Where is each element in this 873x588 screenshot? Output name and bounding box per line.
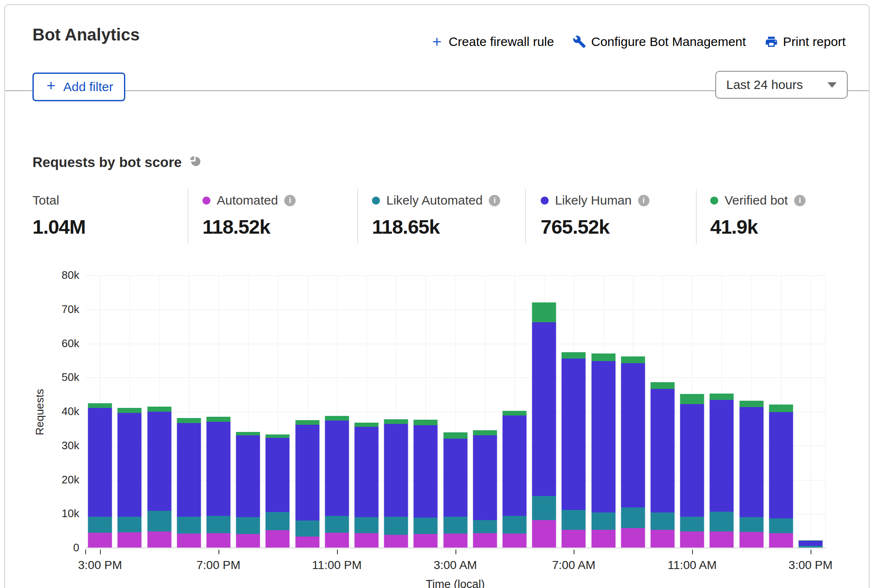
stacked-bar[interactable] bbox=[295, 276, 319, 548]
bar-segment-verified-bot[interactable] bbox=[177, 418, 201, 423]
stacked-bar[interactable] bbox=[354, 276, 378, 548]
bar-segment-automated[interactable] bbox=[414, 534, 438, 548]
bar-slot[interactable] bbox=[588, 276, 618, 548]
bar-segment-likely-human[interactable] bbox=[236, 435, 260, 517]
bar-segment-likely-human[interactable] bbox=[147, 412, 171, 511]
create-firewall-rule-link[interactable]: Create firewall rule bbox=[430, 35, 554, 49]
bar-segment-verified-bot[interactable] bbox=[502, 411, 526, 415]
bar-segment-likely-human[interactable] bbox=[473, 435, 497, 520]
bar-segment-likely-human[interactable] bbox=[710, 400, 734, 512]
print-report-link[interactable]: Print report bbox=[765, 35, 846, 49]
bar-segment-likely-automated[interactable] bbox=[147, 511, 171, 531]
bar-segment-verified-bot[interactable] bbox=[147, 407, 171, 412]
configure-bot-management-link[interactable]: Configure Bot Management bbox=[573, 35, 746, 49]
info-icon[interactable]: i bbox=[638, 195, 649, 206]
info-icon[interactable]: i bbox=[489, 195, 500, 206]
bar-segment-automated[interactable] bbox=[177, 534, 201, 548]
bar-segment-likely-automated[interactable] bbox=[680, 517, 704, 531]
bar-segment-automated[interactable] bbox=[295, 537, 319, 548]
bar-segment-likely-human[interactable] bbox=[769, 412, 793, 518]
bar-segment-verified-bot[interactable] bbox=[236, 432, 260, 435]
bar-segment-automated[interactable] bbox=[562, 530, 586, 548]
bar-segment-automated[interactable] bbox=[591, 530, 615, 548]
bar-segment-likely-automated[interactable] bbox=[118, 517, 142, 532]
bar-segment-verified-bot[interactable] bbox=[650, 382, 674, 389]
bar-segment-likely-automated[interactable] bbox=[562, 510, 586, 530]
bar-segment-automated[interactable] bbox=[354, 533, 378, 548]
bar-slot[interactable] bbox=[263, 276, 292, 548]
bar-segment-likely-automated[interactable] bbox=[88, 517, 112, 533]
bar-segment-verified-bot[interactable] bbox=[739, 401, 763, 407]
bar-slot[interactable]: 7:00 AM bbox=[559, 276, 588, 548]
bar-segment-likely-human[interactable] bbox=[384, 424, 408, 517]
bar-slot[interactable]: 7:00 PM bbox=[204, 276, 233, 548]
bar-segment-verified-bot[interactable] bbox=[206, 417, 230, 421]
bar-segment-automated[interactable] bbox=[266, 530, 290, 548]
bar-segment-likely-automated[interactable] bbox=[295, 521, 319, 537]
bar-slot[interactable] bbox=[500, 276, 529, 548]
bar-segment-likely-human[interactable] bbox=[295, 425, 319, 521]
bar-slot[interactable] bbox=[115, 276, 144, 548]
bar-segment-verified-bot[interactable] bbox=[384, 419, 408, 424]
bar-segment-verified-bot[interactable] bbox=[295, 420, 319, 425]
bar-segment-likely-human[interactable] bbox=[739, 407, 763, 517]
bar-segment-likely-human[interactable] bbox=[502, 415, 526, 516]
bar-segment-likely-automated[interactable] bbox=[354, 517, 378, 534]
bar-segment-automated[interactable] bbox=[502, 534, 526, 548]
bar-segment-likely-human[interactable] bbox=[443, 439, 467, 517]
stacked-bar[interactable] bbox=[769, 276, 793, 548]
bar-segment-verified-bot[interactable] bbox=[414, 420, 438, 425]
bar-segment-likely-human[interactable] bbox=[266, 438, 290, 512]
bar-segment-automated[interactable] bbox=[769, 533, 793, 548]
bar-segment-likely-human[interactable] bbox=[680, 404, 704, 517]
bar-slot[interactable]: 11:00 PM bbox=[322, 276, 352, 548]
bar-segment-automated[interactable] bbox=[443, 534, 467, 548]
bar-segment-verified-bot[interactable] bbox=[354, 423, 378, 427]
bar-slot[interactable]: 3:00 AM bbox=[440, 276, 470, 548]
bar-segment-automated[interactable] bbox=[118, 532, 142, 548]
bar-slot[interactable] bbox=[470, 276, 500, 548]
bar-segment-automated[interactable] bbox=[147, 531, 171, 548]
bar-segment-automated[interactable] bbox=[325, 533, 349, 548]
bar-segment-likely-automated[interactable] bbox=[739, 517, 763, 532]
bar-segment-verified-bot[interactable] bbox=[710, 394, 734, 400]
bar-slot[interactable] bbox=[411, 276, 440, 548]
time-range-select[interactable]: Last 24 hours bbox=[715, 71, 848, 99]
bar-segment-automated[interactable] bbox=[206, 533, 230, 548]
stacked-bar[interactable] bbox=[147, 276, 171, 548]
bar-segment-likely-human[interactable] bbox=[177, 423, 201, 517]
add-filter-button[interactable]: Add filter bbox=[32, 73, 125, 101]
bar-segment-likely-human[interactable] bbox=[414, 425, 438, 518]
bar-segment-automated[interactable] bbox=[680, 531, 704, 548]
stacked-bar[interactable] bbox=[266, 276, 290, 548]
bar-segment-likely-human[interactable] bbox=[650, 389, 674, 512]
bar-slot[interactable]: 11:00 AM bbox=[677, 276, 707, 548]
bar-segment-verified-bot[interactable] bbox=[591, 353, 615, 361]
bar-segment-likely-human[interactable] bbox=[532, 322, 556, 496]
bar-slot[interactable] bbox=[144, 276, 174, 548]
bar-segment-verified-bot[interactable] bbox=[532, 302, 556, 322]
bar-segment-verified-bot[interactable] bbox=[88, 403, 112, 408]
bar-segment-likely-human[interactable] bbox=[206, 422, 230, 516]
bar-slot[interactable] bbox=[233, 276, 263, 548]
stacked-bar[interactable] bbox=[88, 276, 112, 548]
info-icon[interactable]: i bbox=[284, 195, 296, 206]
stacked-bar[interactable] bbox=[236, 276, 260, 548]
bar-segment-verified-bot[interactable] bbox=[562, 352, 586, 359]
bar-slot[interactable] bbox=[529, 276, 559, 548]
bar-segment-likely-automated[interactable] bbox=[710, 512, 734, 531]
bar-segment-automated[interactable] bbox=[650, 530, 674, 548]
bar-slot[interactable] bbox=[707, 276, 736, 548]
bar-segment-likely-automated[interactable] bbox=[473, 520, 497, 533]
bar-segment-likely-automated[interactable] bbox=[414, 518, 438, 534]
bar-segment-verified-bot[interactable] bbox=[680, 394, 704, 404]
stacked-bar[interactable] bbox=[650, 276, 674, 548]
bar-segment-likely-human[interactable] bbox=[591, 361, 615, 512]
bar-segment-automated[interactable] bbox=[384, 535, 408, 548]
bar-segment-verified-bot[interactable] bbox=[621, 356, 645, 363]
bar-segment-likely-automated[interactable] bbox=[384, 517, 408, 535]
stacked-bar[interactable] bbox=[591, 276, 615, 548]
bar-segment-likely-human[interactable] bbox=[88, 408, 112, 517]
bar-segment-likely-human[interactable] bbox=[562, 359, 586, 510]
bar-segment-likely-automated[interactable] bbox=[236, 517, 260, 534]
